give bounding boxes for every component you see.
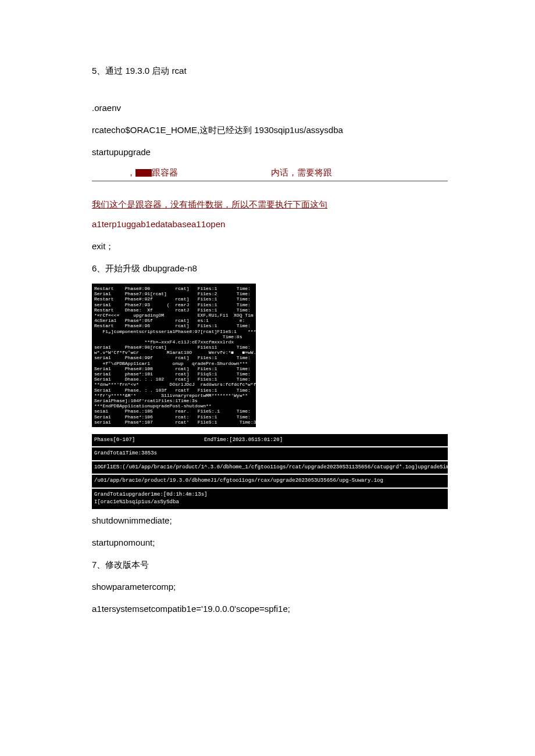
section7-heading: 7、修改版本号 [92,558,448,572]
document-page: 5、通过 19.3.0 启动 rcat .oraenv rcatecho$ORA… [0,0,535,671]
terminal-output-2b: GrandTota1Time:3853s [92,447,448,460]
terminal-output-2e: GrandTota1upgrader1me:[0d:1h:4m:13s] I[o… [92,489,448,509]
code-line: a1tersystemsetcompatib1e='19.0.0.0'scope… [92,602,448,616]
text: 跟容器 [152,167,178,177]
code-line: exit； [92,239,448,253]
code-line-red: a1terp1uggab1edatabasea11open [92,217,448,231]
code-line: shutdownimmediate; [92,514,448,528]
text: 内话，需要将跟 [271,167,332,177]
red-emphasis-line-1: ，跟容器内话，需要将跟 [92,167,448,181]
block-icon [144,169,152,177]
red-underline-line: 我们这个是跟容器，没有插件数据，所以不需要执行下面这句 [92,198,448,212]
code-line: rcatecho$ORAC1E_HOME,这时已经达到 1930sqip1us/… [92,123,448,137]
block-icon [135,169,144,177]
section6-heading: 6、开始升级 dbupgrade-n8 [92,261,448,275]
section5-heading: 5、通过 19.3.0 启动 rcat [92,64,448,78]
terminal-output-2d: /u01/app/brac1e/product/19.3.0/dbhomeJ1/… [92,475,448,488]
code-line: startupnomount; [92,536,448,550]
code-line: showparametercomp; [92,580,448,594]
terminal-output-1: Restart Phase#:90 rcat] Fi1es:1 Time: 4s… [92,284,256,427]
terminal-output-2a: Phases[0-107] EndTime:[2023.0515:01:20] [92,434,448,447]
code-line: .oraenv [92,101,448,115]
terminal-output-2c: 1OGFl1ES:(/u01/app/brac1e/product/1^.3.0… [92,461,448,474]
text: ， [127,167,135,177]
code-line: startupupgrade [92,145,448,159]
